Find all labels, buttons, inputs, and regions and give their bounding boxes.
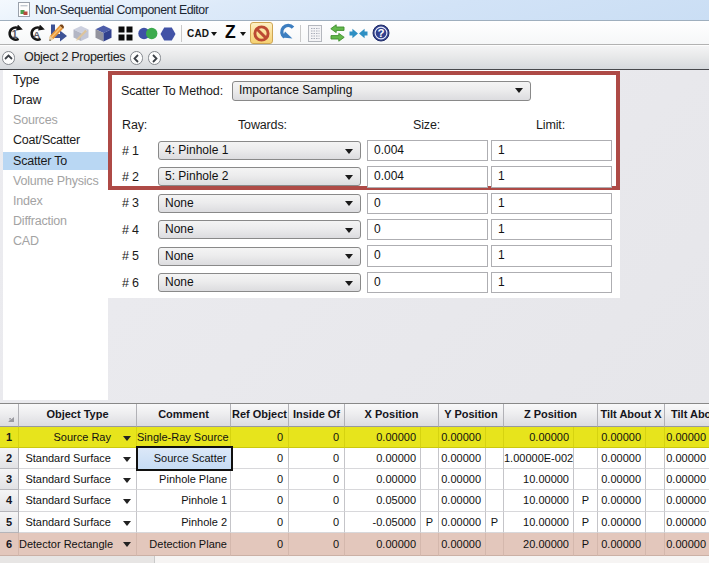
svg-text:?: ?	[377, 27, 384, 39]
svg-text:1: 1	[12, 28, 18, 40]
svg-text:A: A	[33, 29, 40, 40]
